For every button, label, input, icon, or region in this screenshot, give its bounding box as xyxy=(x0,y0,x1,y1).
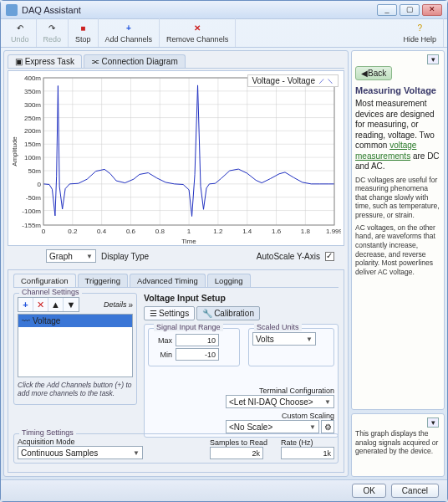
add-channels-button[interactable]: +Add Channels xyxy=(99,18,160,47)
titlebar[interactable]: DAQ Assistant _ ▢ ✕ xyxy=(1,1,447,19)
svg-text:400m: 400m xyxy=(24,74,41,82)
voltage-icon: 〰 xyxy=(22,316,30,325)
signal-range-group: Signal Input Range Max10 Min-10 xyxy=(148,328,240,366)
svg-text:350m: 350m xyxy=(24,88,41,95)
svg-text:1.8: 1.8 xyxy=(301,228,311,235)
autoscale-label: AutoScale Y-Axis xyxy=(257,252,320,261)
channel-item-voltage[interactable]: 〰Voltage xyxy=(18,315,132,327)
stop-icon: ■ xyxy=(80,23,85,34)
help-title: Measuring Voltage xyxy=(355,85,440,95)
config-tabs: Configuration Triggering Advanced Timing… xyxy=(13,274,339,288)
tab-triggering[interactable]: Triggering xyxy=(78,274,128,287)
pin-button-2[interactable]: ▾ xyxy=(427,417,439,428)
channel-note: Click the Add Channels button (+) to add… xyxy=(18,377,133,401)
main-tabs: ▣ Express Task ⫘ Connection Diagram xyxy=(8,54,344,69)
svg-text:1: 1 xyxy=(187,228,191,235)
minimize-button[interactable]: _ xyxy=(377,4,397,16)
signal-chart: Voltage - Voltage⟋⟍ -155m-100m-50m050m10… xyxy=(8,70,344,246)
redo-button[interactable]: ↷Redo xyxy=(37,18,69,47)
x-icon: ✕ xyxy=(194,23,201,34)
undo-icon: ↶ xyxy=(17,23,23,34)
samples-input[interactable]: 2k xyxy=(210,447,263,459)
details-link[interactable]: Details xyxy=(104,300,127,309)
scaling-wrench-button[interactable]: ⚙ xyxy=(321,420,334,433)
svg-text:1.999: 1.999 xyxy=(326,228,341,235)
channel-down-tool[interactable]: ▼ xyxy=(64,298,79,311)
tab-advanced-timing[interactable]: Advanced Timing xyxy=(130,274,206,287)
back-arrow-icon: ◀ xyxy=(361,69,368,78)
task-icon: ▣ xyxy=(15,57,23,66)
svg-text:Time: Time xyxy=(181,238,196,245)
cancel-button[interactable]: Cancel xyxy=(391,484,439,498)
calibration-icon: 🔧 xyxy=(202,309,212,318)
svg-text:0: 0 xyxy=(42,228,46,235)
svg-text:-50m: -50m xyxy=(26,194,42,202)
rate-label: Rate (Hz) xyxy=(281,438,334,447)
display-type-select[interactable]: Graph▼ xyxy=(46,249,96,263)
svg-text:200m: 200m xyxy=(24,127,41,135)
tab-connection-diagram[interactable]: ⫘ Connection Diagram xyxy=(84,54,186,68)
svg-text:250m: 250m xyxy=(24,115,41,122)
terminal-config-select[interactable]: <Let NI-DAQ Choose>▼ xyxy=(226,395,334,408)
app-icon xyxy=(6,4,18,16)
svg-text:1.2: 1.2 xyxy=(213,228,223,235)
timing-settings-group: Timing Settings Acquisition Mode Continu… xyxy=(13,433,339,464)
acq-mode-select[interactable]: Continuous Samples▼ xyxy=(18,446,143,459)
remove-channels-button[interactable]: ✕Remove Channels xyxy=(160,18,236,47)
settings-icon: ☰ xyxy=(150,309,157,318)
samples-label: Samples to Read xyxy=(210,438,267,447)
svg-text:100m: 100m xyxy=(24,154,41,161)
tab-logging[interactable]: Logging xyxy=(207,274,251,287)
add-channel-tool[interactable]: + xyxy=(18,298,33,311)
diagram-icon: ⫘ xyxy=(91,57,99,66)
dialog-footer: OK Cancel xyxy=(1,479,447,501)
subtab-calibration[interactable]: 🔧Calibration xyxy=(196,306,260,320)
ok-button[interactable]: OK xyxy=(352,484,385,498)
maximize-button[interactable]: ▢ xyxy=(400,4,420,16)
svg-text:0.4: 0.4 xyxy=(97,228,107,235)
display-type-label: Display Type xyxy=(101,252,149,261)
close-button[interactable]: ✕ xyxy=(422,4,442,16)
channel-up-tool[interactable]: ▲ xyxy=(48,298,64,311)
units-select[interactable]: Volts▼ xyxy=(252,332,316,346)
svg-text:150m: 150m xyxy=(24,141,41,148)
undo-button[interactable]: ↶Undo xyxy=(4,18,37,47)
voltage-setup-title: Voltage Input Setup xyxy=(144,293,339,303)
rate-input[interactable]: 1k xyxy=(281,447,334,459)
subtab-settings[interactable]: ☰Settings xyxy=(144,306,195,320)
redo-icon: ↷ xyxy=(48,23,55,34)
max-input[interactable]: 10 xyxy=(176,334,219,346)
svg-text:50m: 50m xyxy=(28,167,41,175)
svg-text:0: 0 xyxy=(38,181,42,188)
svg-text:0.8: 0.8 xyxy=(155,228,165,235)
help-icon: ? xyxy=(417,23,422,34)
pin-button[interactable]: ▾ xyxy=(427,54,439,64)
chart-legend: Voltage - Voltage⟋⟍ xyxy=(247,74,339,87)
svg-text:1.6: 1.6 xyxy=(272,228,282,235)
hide-help-button[interactable]: ?Hide Help xyxy=(396,18,444,47)
channel-settings-group: Channel Settings + ✕ ▲ ▼ Details » 〰Volt… xyxy=(13,293,137,405)
acq-mode-label: Acquisition Mode xyxy=(18,438,196,446)
remove-channel-tool[interactable]: ✕ xyxy=(33,298,48,311)
terminal-config-label: Terminal Configuration xyxy=(148,387,334,395)
stop-button[interactable]: ■Stop xyxy=(69,18,99,47)
back-button[interactable]: ◀Back xyxy=(355,66,392,80)
tab-express-task[interactable]: ▣ Express Task xyxy=(8,54,82,68)
svg-text:Amplitude: Amplitude xyxy=(11,136,18,166)
channel-list[interactable]: 〰Voltage xyxy=(18,314,133,377)
autoscale-checkbox[interactable] xyxy=(325,252,334,261)
svg-text:-155m: -155m xyxy=(22,222,41,229)
toolbar: ↶Undo ↷Redo ▶Run ■Stop +Add Channels ✕Re… xyxy=(1,19,447,48)
min-input[interactable]: -10 xyxy=(176,348,219,361)
svg-text:1.4: 1.4 xyxy=(242,228,252,235)
chevron-right-icon[interactable]: » xyxy=(128,300,133,310)
svg-text:300m: 300m xyxy=(24,101,41,109)
custom-scaling-select[interactable]: <No Scale>▼ xyxy=(226,420,319,433)
plus-icon: + xyxy=(126,23,131,34)
svg-text:-100m: -100m xyxy=(22,207,41,215)
tab-configuration[interactable]: Configuration xyxy=(13,274,76,287)
app-window: DAQ Assistant _ ▢ ✕ ↶Undo ↷Redo ▶Run ■St… xyxy=(0,0,448,502)
help-panel: ▾ ◀Back Measuring Voltage Most measureme… xyxy=(351,50,445,410)
scaled-units-group: Scaled Units Volts▼ xyxy=(248,328,334,366)
custom-scaling-label: Custom Scaling xyxy=(148,412,334,420)
